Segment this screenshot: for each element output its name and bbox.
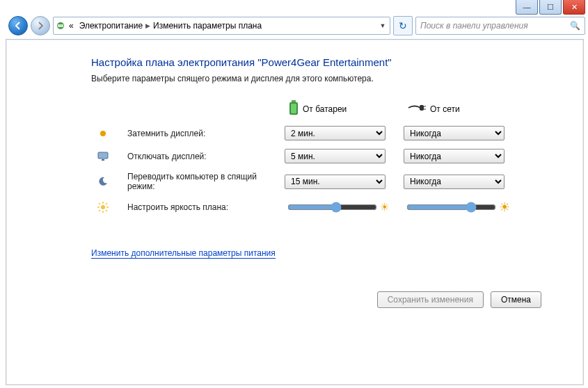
moon-icon bbox=[97, 175, 109, 188]
content-panel: Настройка плана электропитания "Power4Ge… bbox=[6, 39, 584, 385]
svg-rect-10 bbox=[102, 159, 104, 161]
dim-battery-select[interactable]: 2 мин. bbox=[285, 126, 386, 140]
column-label: От сети bbox=[430, 104, 460, 114]
column-header-battery: От батареи bbox=[285, 100, 392, 118]
svg-point-8 bbox=[100, 131, 106, 136]
advanced-settings-link[interactable]: Изменить дополнительные параметры питани… bbox=[91, 248, 276, 259]
row-label: Отключать дисплей: bbox=[122, 145, 279, 168]
breadcrumb-item[interactable]: Электропитание bbox=[77, 17, 145, 34]
brightness-ac-slider[interactable] bbox=[406, 200, 496, 214]
sun-icon bbox=[97, 201, 109, 213]
minimize-button[interactable]: — bbox=[516, 0, 538, 15]
settings-table: От батареи От сети Затемнить дисплей: 2 … bbox=[91, 96, 517, 219]
search-icon: 🔍 bbox=[570, 21, 580, 31]
off-ac-select[interactable]: Никогда bbox=[404, 149, 504, 163]
svg-line-18 bbox=[106, 203, 107, 204]
brightness-high-icon: ☀ bbox=[380, 201, 389, 213]
row-label: Затемнить дисплей: bbox=[122, 122, 279, 145]
row-sleep: Переводить компьютер в спящий режим: 15 … bbox=[91, 168, 517, 195]
brightness-high-icon: ☀ bbox=[499, 200, 510, 215]
off-battery-select[interactable]: 5 мин. bbox=[285, 149, 386, 163]
svg-point-11 bbox=[101, 205, 105, 209]
control-panel-icon bbox=[55, 20, 66, 31]
dim-ac-select[interactable]: Никогда bbox=[404, 126, 504, 140]
search-placeholder: Поиск в панели управления bbox=[420, 21, 528, 31]
window-buttons: — ☐ ✕ bbox=[516, 0, 585, 15]
svg-rect-4 bbox=[291, 104, 296, 113]
button-row: Сохранить изменения Отмена bbox=[91, 279, 569, 308]
search-input[interactable]: Поиск в панели управления 🔍 bbox=[415, 17, 585, 35]
breadcrumb-prefix: « bbox=[66, 17, 77, 34]
svg-line-17 bbox=[106, 210, 107, 211]
plug-icon bbox=[408, 103, 426, 115]
chevron-down-icon[interactable]: ▼ bbox=[377, 22, 388, 29]
breadcrumb-item[interactable]: Изменить параметры плана bbox=[150, 17, 264, 34]
brightness-battery-slider[interactable] bbox=[287, 200, 377, 214]
dim-icon bbox=[97, 127, 109, 140]
svg-rect-1 bbox=[58, 24, 63, 27]
chevron-right-icon: ▶ bbox=[145, 22, 150, 29]
forward-button[interactable] bbox=[31, 16, 50, 35]
close-button[interactable]: ✕ bbox=[563, 0, 585, 15]
svg-rect-5 bbox=[420, 105, 424, 111]
maximize-button[interactable]: ☐ bbox=[539, 0, 562, 15]
row-label: Настроить яркость плана: bbox=[122, 195, 279, 219]
address-bar[interactable]: « Электропитание ▶ Изменить параметры пл… bbox=[53, 17, 390, 35]
row-turn-off-display: Отключать дисплей: 5 мин. Никогда bbox=[91, 145, 517, 168]
svg-line-19 bbox=[99, 210, 100, 211]
row-brightness: Настроить яркость плана: ☀ ☀ bbox=[91, 195, 517, 219]
page-subtitle: Выберите параметры спящего режима и дисп… bbox=[91, 74, 569, 83]
svg-rect-9 bbox=[98, 152, 108, 159]
sleep-battery-select[interactable]: 15 мин. bbox=[285, 175, 386, 189]
column-header-ac: От сети bbox=[404, 103, 511, 115]
refresh-button[interactable]: ↻ bbox=[393, 16, 413, 35]
save-button[interactable]: Сохранить изменения bbox=[377, 291, 484, 308]
svg-rect-2 bbox=[292, 100, 296, 102]
battery-icon bbox=[289, 100, 299, 118]
cancel-button[interactable]: Отмена bbox=[491, 291, 541, 308]
navigation-bar: « Электропитание ▶ Изменить параметры пл… bbox=[8, 15, 585, 36]
svg-line-16 bbox=[99, 203, 100, 204]
monitor-icon bbox=[97, 150, 109, 163]
row-dim-display: Затемнить дисплей: 2 мин. Никогда bbox=[91, 122, 517, 145]
back-button[interactable] bbox=[8, 16, 28, 35]
row-label: Переводить компьютер в спящий режим: bbox=[122, 168, 279, 195]
column-label: От батареи bbox=[303, 104, 347, 114]
page-title: Настройка плана электропитания "Power4Ge… bbox=[91, 56, 569, 68]
sleep-ac-select[interactable]: Никогда bbox=[404, 175, 504, 189]
